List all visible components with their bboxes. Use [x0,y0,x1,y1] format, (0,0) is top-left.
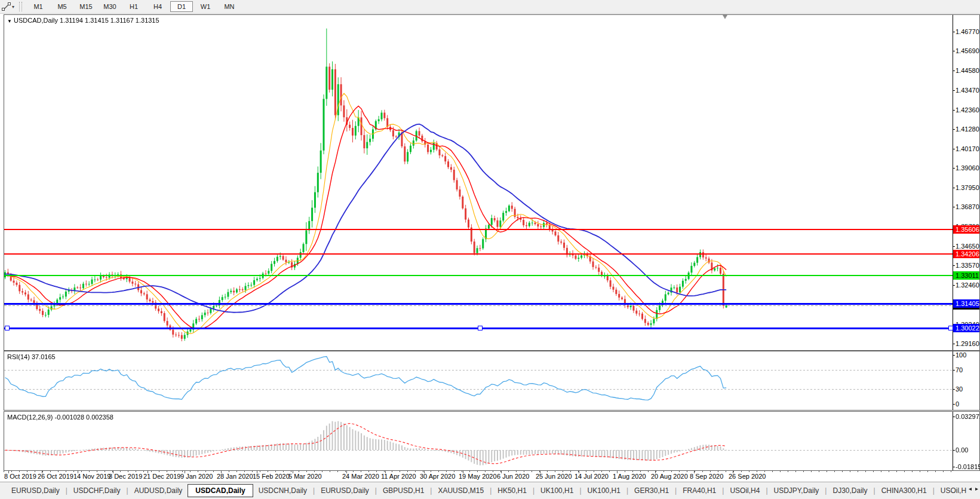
chart-tab-eurusd-daily[interactable]: EURUSD,Daily [315,485,374,497]
date-minor-tick [935,471,936,472]
price-chart-canvas[interactable] [4,15,954,350]
date-minor-tick [159,471,159,472]
price-axis-label: 1.44580 [956,67,979,75]
toolbar-grip-handle [19,2,22,11]
date-minor-tick [407,471,408,472]
price-axis-tick [953,149,955,149]
date-minor-tick [741,471,742,472]
chart-tab-dj30-daily[interactable]: DJ30,Daily [827,485,873,497]
support-line-green-price-label: 1.33011 [953,271,979,280]
date-minor-tick [764,471,765,472]
tab-scroll-left-icon[interactable]: ◂ [969,485,972,492]
support-line-blue-2-drag-handle[interactable] [478,326,483,330]
timeframe-button-h4[interactable]: H4 [146,1,169,12]
date-minor-tick [718,471,718,472]
timeframe-button-h1[interactable]: H1 [122,1,145,12]
timeframe-button-m30[interactable]: M30 [99,1,121,12]
tab-separator: | [533,486,534,495]
chart-collapse-caret[interactable]: ▼ [7,19,12,24]
price-axis-label: 1.33570 [956,262,979,270]
timeframe-button-m5[interactable]: M5 [51,1,73,12]
date-minor-tick [671,471,672,472]
rsi-axis-label: 70 [956,366,963,374]
chart-tab-audusd-daily[interactable]: AUDUSD,Daily [129,485,188,497]
date-minor-tick [493,471,493,472]
chart-tab-gbpusd-h1[interactable]: GBPUSD,H1 [377,485,429,497]
date-minor-tick [353,471,354,472]
date-minor-tick [710,471,711,472]
chart-tab-usdjpy-daily[interactable]: USDJPY,Daily [769,485,825,497]
date-minor-tick [532,471,532,472]
date-minor-tick [547,471,548,472]
rsi-canvas[interactable] [4,351,954,410]
chart-tab-xauusd-m15[interactable]: XAUUSD,M15 [432,485,489,497]
timeframe-button-mn[interactable]: MN [218,1,241,12]
date-minor-tick [174,471,175,472]
chart-tab-usdchf-daily[interactable]: USDCHF,Daily [68,485,126,497]
chart-tab-uk100-h1[interactable]: UK100,H1 [535,485,579,497]
line-studies-button[interactable]: ▾ [0,1,17,13]
macd-axis-tick [953,417,955,417]
support-line-blue-1[interactable] [4,303,954,305]
date-minor-tick [563,471,563,472]
chart-tab-usoil-h[interactable]: USOil,H [935,485,972,497]
date-minor-tick [213,471,214,472]
resistance-line-2[interactable] [4,253,954,255]
date-minor-tick [66,471,66,472]
resistance-line-1[interactable] [4,229,954,230]
chart-tab-hk50-h1[interactable]: HK50,H1 [492,485,532,497]
tab-scroll-right-icon[interactable]: ▸ [975,485,978,492]
date-minor-tick [151,471,152,472]
chart-tab-eurusd-daily[interactable]: EURUSD,Daily [6,485,65,497]
price-axis-tick [953,110,955,111]
rsi-axis: 10070300 [953,351,979,410]
rsi-axis-label: 30 [956,385,963,393]
macd-canvas[interactable] [4,412,954,470]
date-minor-tick [524,471,524,472]
date-axis-label: 1 Aug 2020 [613,473,646,480]
tab-separator: | [490,486,491,495]
timeframe-button-m15[interactable]: M15 [75,1,97,12]
date-minor-tick [11,471,12,472]
timeframe-button-d1[interactable]: D1 [170,1,193,12]
tab-separator: | [430,486,432,495]
price-axis-tick [953,188,955,188]
date-minor-tick [749,471,749,472]
chart-tab-usdcad-daily[interactable]: USDCAD,Daily [188,484,253,497]
price-axis-label: 1.34650 [956,243,979,250]
chart-tab-ger30-h1[interactable]: GER30,H1 [629,485,674,497]
timeframe-button-w1[interactable]: W1 [194,1,217,12]
date-minor-tick [306,471,307,472]
timeframe-button-m1[interactable]: M1 [27,1,50,12]
date-minor-tick [376,471,377,472]
chart-tab-uk100-h1[interactable]: UK100,H1 [582,485,626,497]
chart-tab-china300-h1[interactable]: CHINA300,H1 [876,485,932,497]
chart-tab-usdcnh-daily[interactable]: USDCNH,Daily [253,485,312,497]
macd-axis: 0.0329720.00-0.018154 [953,412,979,470]
date-minor-tick [943,471,944,472]
chart-tab-usoil-h4[interactable]: USOil,H4 [724,485,765,497]
date-axis-label: 24 Mar 2020 [342,473,379,480]
date-minor-tick [361,471,361,472]
date-axis-label: 6 Jun 2020 [497,473,529,480]
price-axis-tick [953,207,955,207]
price-chart-panel: ▼ USDCAD,Daily 1.31194 1.31415 1.31167 1… [4,14,980,351]
support-line-green[interactable] [4,275,954,276]
date-minor-tick [896,471,897,472]
date-minor-tick [198,471,198,472]
support-line-blue-2-drag-handle[interactable] [948,326,953,330]
date-minor-tick [423,471,423,472]
support-line-blue-2-drag-handle[interactable] [5,326,10,330]
date-minor-tick [586,471,586,472]
rsi-label: RSI(14) 37.0165 [7,353,56,360]
date-minor-tick [827,471,827,472]
date-minor-tick [788,471,788,472]
tab-separator: | [933,486,935,495]
tab-separator: | [626,486,628,495]
rsi-axis-tick [953,355,955,356]
tab-separator: | [313,486,315,495]
date-axis-label: 15 Feb 2020 [253,473,290,480]
chart-tab-fra40-h1[interactable]: FRA40,H1 [677,485,721,497]
date-minor-tick [392,471,392,472]
date-minor-tick [105,471,105,472]
